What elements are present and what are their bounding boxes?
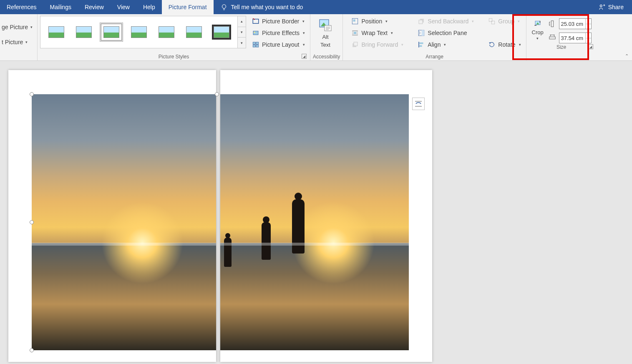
chevron-down-icon: ▾ [518,19,520,23]
picture-layout-button[interactable]: Picture Layout ▾ [249,39,307,50]
picture-border-icon [252,18,259,25]
tell-me-placeholder: Tell me what you want to do [231,4,303,10]
svg-rect-17 [354,32,356,34]
style-thumb-2[interactable] [74,24,94,40]
bring-forward-button: Bring Forward ▾ [349,39,406,50]
group-objects-button: Group ▾ [486,16,523,27]
group-adjust-clipped: ge Picture ▾ t Picture ▾ [0,14,38,60]
tell-me-search[interactable]: Tell me what you want to do [214,0,310,14]
style-thumb-6[interactable] [184,24,204,40]
position-label: Position [361,18,382,25]
style-thumb-5[interactable] [156,24,176,40]
svg-point-1 [600,5,602,7]
selection-pane-button[interactable]: Selection Pane [415,28,476,38]
picture-styles-dialog-launcher[interactable]: ◢ [302,54,307,59]
height-icon [548,20,556,28]
style-thumb-7[interactable] [212,24,232,40]
group-accessibility: Alt Text Accessibility [310,14,343,60]
rotate-button[interactable]: Rotate ▾ [486,39,523,50]
picture-border-label: Picture Border [262,18,299,25]
style-thumb-1[interactable] [46,24,66,40]
position-button[interactable]: Position ▾ [349,16,406,27]
chevron-down-icon: ▾ [303,43,305,47]
group-size: Crop ▾ ▲ ▼ [526,14,597,60]
height-input[interactable]: ▲ ▼ [559,18,592,29]
width-spin-up[interactable]: ▲ [586,33,591,38]
send-backward-label: Send Backward [428,18,468,25]
alt-text-icon [318,18,332,33]
chevron-down-icon: ▾ [519,43,521,47]
chevron-down-icon: ▾ [25,40,28,44]
chevron-down-icon: ▾ [444,43,446,47]
width-field[interactable] [559,33,585,43]
height-spin-down[interactable]: ▼ [586,24,591,29]
svg-rect-27 [419,20,423,24]
selection-handle-tl[interactable] [30,92,34,96]
tab-references[interactable]: References [0,0,43,14]
picture-border-button[interactable]: Picture Border ▾ [249,16,307,27]
share-button[interactable]: Share [590,0,632,14]
picture-effects-button[interactable]: Picture Effects ▾ [249,28,307,38]
tab-help[interactable]: Help [136,0,162,14]
chevron-down-icon: ▾ [401,43,403,47]
picture-styles-more: ▴ ▾ ▾ [238,16,246,48]
svg-rect-29 [422,30,424,36]
inserted-picture-right[interactable] [220,94,409,350]
selection-pane-icon [418,29,425,37]
size-dialog-launcher[interactable]: ◢ [588,44,593,49]
svg-point-0 [222,5,226,8]
svg-rect-38 [551,21,553,27]
selection-handle-ml[interactable] [30,220,34,224]
width-spin-down[interactable]: ▼ [586,38,591,43]
svg-rect-16 [353,20,355,22]
crop-label: Crop [532,29,544,35]
inserted-picture-left[interactable] [32,94,216,350]
gallery-row-up[interactable]: ▴ [238,16,246,27]
gallery-expand[interactable]: ▾ [238,38,246,48]
alt-text-button[interactable]: Alt Text [313,16,338,48]
document-canvas[interactable] [0,61,632,364]
style-thumb-4[interactable] [129,24,149,40]
align-icon [418,41,425,48]
picture-effects-icon [252,29,259,37]
send-backward-button: Send Backward ▾ [415,16,476,27]
wrap-text-button[interactable]: Wrap Text ▾ [349,28,406,38]
wrap-text-icon [351,29,359,37]
rotate-icon [488,41,496,48]
svg-point-4 [254,32,255,33]
width-input[interactable]: ▲ ▼ [559,33,592,43]
svg-rect-31 [420,43,423,44]
collapse-ribbon-button[interactable]: ⌃ [625,53,629,59]
height-spin-up[interactable]: ▲ [586,19,591,24]
selection-handle-bl[interactable] [30,348,34,352]
tabstrip-spacer [310,0,589,14]
tab-review[interactable]: Review [78,0,111,14]
align-button[interactable]: Align ▾ [415,39,476,50]
tab-view[interactable]: View [111,0,136,14]
chevron-down-icon: ▾ [302,19,305,23]
svg-rect-3 [253,31,258,35]
group-picture-styles-label: Picture Styles ◢ [40,53,307,60]
lightbulb-icon [220,3,228,11]
svg-rect-40 [549,37,555,39]
selection-handle-tm[interactable] [215,92,219,96]
layout-options-button[interactable] [412,98,425,110]
picture-styles-gallery [40,16,238,48]
style-thumb-3[interactable] [101,24,121,40]
bring-forward-label: Bring Forward [361,41,398,48]
chevron-down-icon: ▾ [391,31,393,35]
height-field[interactable] [559,19,585,29]
gallery-row-down[interactable]: ▾ [238,27,246,38]
tab-mailings[interactable]: Mailings [43,0,78,14]
tab-picture-format[interactable]: Picture Format [162,0,214,14]
width-icon [548,34,556,42]
group-icon [488,18,496,25]
crop-button[interactable]: Crop ▾ [531,18,544,40]
share-icon [598,3,606,11]
alt-text-line2: Text [320,42,330,48]
change-picture-button[interactable]: ge Picture ▾ [0,21,34,33]
chevron-down-icon: ▾ [303,31,305,35]
reset-picture-button[interactable]: t Picture ▾ [0,36,29,48]
send-backward-icon [418,18,425,25]
svg-rect-7 [253,45,255,47]
